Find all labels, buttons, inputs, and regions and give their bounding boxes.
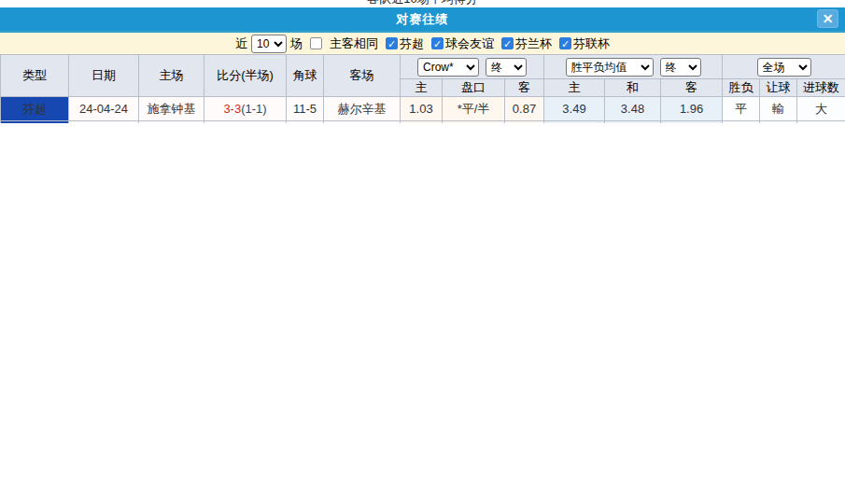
check-icon: ✓ bbox=[503, 38, 512, 49]
bookmaker-select[interactable]: Crow* bbox=[417, 58, 479, 77]
sub-header-avg-draw: 和 bbox=[605, 79, 661, 97]
cell-league-type: 芬超 bbox=[1, 97, 69, 121]
cell-odds-home bbox=[401, 121, 443, 124]
same-venue-label: 主客相同 bbox=[330, 35, 378, 52]
odds-group-header: Crow* 终 bbox=[401, 55, 544, 79]
cell-handicap-result: 輸 bbox=[760, 97, 797, 121]
col-header-type: 类型 bbox=[1, 55, 69, 97]
cell-odds-home: 1.03 bbox=[401, 97, 443, 121]
col-header-date: 日期 bbox=[69, 55, 139, 97]
clipped-table-row bbox=[1, 121, 845, 124]
clipped-background-text: 各队近10场平均得分 bbox=[0, 0, 845, 7]
filter-bar: 近 10 场 ✓ 主客相同 ✓芬超 ✓球会友谊 ✓芬兰杯 ✓芬联杯 bbox=[0, 31, 845, 54]
odds-stage-select[interactable]: 终 bbox=[486, 58, 527, 77]
same-venue-checkbox[interactable]: ✓ bbox=[310, 37, 322, 49]
sub-header-odds-home: 主 bbox=[401, 79, 443, 97]
cell-date bbox=[69, 121, 139, 124]
cell-away-team: 赫尔辛基 bbox=[324, 97, 401, 121]
league-checkbox-fenlianbei[interactable]: ✓ bbox=[559, 37, 571, 49]
sub-header-avg-away: 客 bbox=[661, 79, 723, 97]
cell-result: 平 bbox=[723, 97, 760, 121]
cell-avg-away: 1.96 bbox=[661, 97, 723, 121]
half-time-score: (1-1) bbox=[241, 102, 266, 116]
cell-corners bbox=[287, 121, 324, 124]
cell-away-team bbox=[324, 121, 401, 124]
cell-avg-away bbox=[661, 121, 723, 124]
league-label-friendly: 球会友谊 bbox=[445, 35, 494, 52]
col-header-score: 比分(半场) bbox=[204, 55, 287, 97]
col-header-corners: 角球 bbox=[287, 55, 324, 97]
col-header-home: 主场 bbox=[139, 55, 204, 97]
league-label-fenchao: 芬超 bbox=[400, 35, 424, 52]
cell-avg-draw bbox=[605, 121, 661, 124]
cell-avg-home: 3.49 bbox=[544, 97, 605, 121]
league-checkbox-friendly[interactable]: ✓ bbox=[431, 37, 444, 49]
league-checkbox-fenlanbei[interactable]: ✓ bbox=[501, 37, 514, 49]
h2h-table: 类型 日期 主场 比分(半场) 角球 客场 Crow* 终 bbox=[0, 54, 845, 123]
cell-score: 3-3(1-1) bbox=[204, 97, 287, 121]
dialog-page: 各队近10场平均得分 对赛往绩 ✕ 近 10 场 ✓ 主客相同 ✓芬超 ✓球会友… bbox=[0, 0, 845, 123]
cell-handicap bbox=[443, 121, 505, 124]
dialog-title: 对赛往绩 bbox=[397, 11, 449, 28]
cell-goals bbox=[797, 121, 845, 124]
cell-date: 24-04-24 bbox=[69, 97, 139, 121]
cell-goals: 大 bbox=[797, 97, 845, 121]
league-label-fenlanbei: 芬兰杯 bbox=[515, 35, 552, 52]
result-group-header: 全场 bbox=[723, 55, 845, 79]
cell-handicap: *平/半 bbox=[443, 97, 505, 121]
close-icon[interactable]: ✕ bbox=[817, 9, 838, 28]
cell-home-team: 施拿钟基 bbox=[139, 97, 204, 121]
check-icon: ✓ bbox=[561, 38, 570, 49]
table-row: 芬超 24-04-24 施拿钟基 3-3(1-1) 11-5 赫尔辛基 1.03… bbox=[1, 97, 845, 121]
matches-label: 场 bbox=[290, 35, 303, 52]
h2h-table-wrap: 类型 日期 主场 比分(半场) 角球 客场 Crow* 终 bbox=[0, 54, 845, 123]
cell-result bbox=[723, 121, 760, 124]
avg-metric-select[interactable]: 胜平负均值 bbox=[566, 58, 654, 77]
league-label-fenlianbei: 芬联杯 bbox=[573, 35, 610, 52]
avg-group-header: 胜平负均值 终 bbox=[544, 55, 723, 79]
sub-header-goals: 进球数 bbox=[797, 79, 845, 97]
dialog-titlebar: 对赛往绩 ✕ bbox=[0, 7, 845, 31]
sub-header-handicap: 盘口 bbox=[443, 79, 505, 97]
cell-score bbox=[204, 121, 287, 124]
cell-league-type bbox=[1, 121, 69, 124]
check-icon: ✓ bbox=[387, 38, 396, 49]
league-checkbox-fenchao[interactable]: ✓ bbox=[386, 37, 398, 49]
scope-select[interactable]: 全场 bbox=[757, 58, 811, 77]
col-header-away: 客场 bbox=[324, 55, 401, 97]
sub-header-handicap-result: 让球 bbox=[760, 79, 797, 97]
cell-avg-home bbox=[544, 121, 605, 124]
sub-header-avg-home: 主 bbox=[544, 79, 605, 97]
clipped-text-line: 各队近10场平均得分 bbox=[0, 0, 845, 7]
cell-handicap-result bbox=[760, 121, 797, 124]
sub-header-result: 胜负 bbox=[723, 79, 760, 97]
sub-header-odds-away: 客 bbox=[505, 79, 544, 97]
cell-corners: 11-5 bbox=[287, 97, 324, 121]
check-icon: ✓ bbox=[433, 38, 442, 49]
cell-odds-away: 0.87 bbox=[505, 97, 544, 121]
cell-avg-draw: 3.48 bbox=[605, 97, 661, 121]
avg-stage-select[interactable]: 终 bbox=[660, 58, 701, 77]
full-time-score: 3-3 bbox=[223, 102, 241, 116]
cell-odds-away bbox=[505, 121, 544, 124]
recent-count-select[interactable]: 10 bbox=[251, 35, 287, 53]
cell-home-team bbox=[139, 121, 204, 124]
recent-label: 近 bbox=[235, 35, 247, 52]
